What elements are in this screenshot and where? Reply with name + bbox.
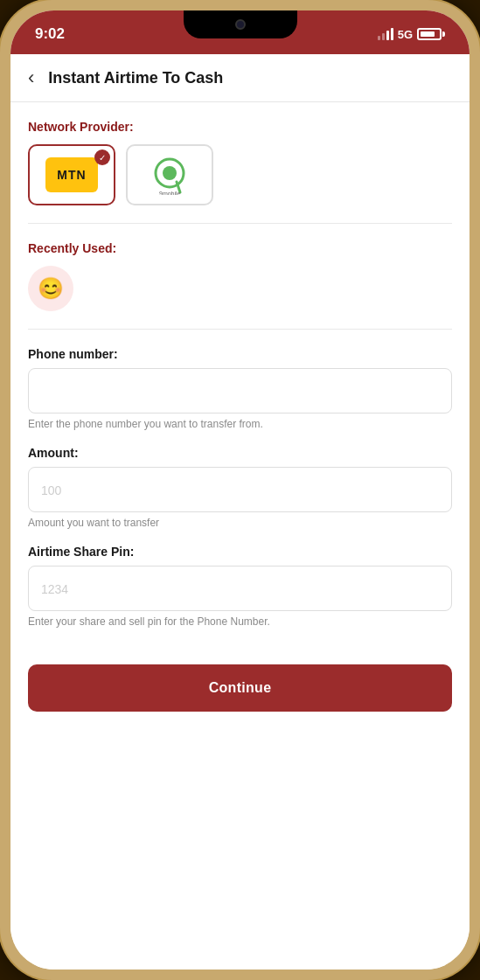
divider-1 <box>28 223 452 224</box>
signal-bar-1 <box>378 36 380 40</box>
network-card-mtn[interactable]: ✓ MTN <box>28 144 115 205</box>
ninemobile-svg: 9mobile <box>150 156 190 195</box>
battery-tip <box>442 31 445 37</box>
amount-input[interactable] <box>28 467 452 512</box>
status-bar: 9:02 5G <box>10 10 470 54</box>
battery-fill <box>421 31 435 37</box>
signal-bar-4 <box>391 28 393 40</box>
notch <box>184 10 297 38</box>
phone-number-label: Phone number: <box>28 347 452 361</box>
phone-number-input[interactable] <box>28 368 452 414</box>
signal-bar-3 <box>386 31 389 40</box>
recently-used-label: Recently Used: <box>28 241 452 255</box>
avatar-icon: 😊 <box>38 276 64 301</box>
phone-frame: 9:02 5G <box>0 0 480 980</box>
battery-icon <box>417 28 445 40</box>
recently-used-section: Recently Used: 😊 <box>28 241 452 311</box>
amount-group: Amount: Amount you want to transfer <box>28 446 452 529</box>
airtime-pin-hint: Enter your share and sell pin for the Ph… <box>28 615 452 628</box>
svg-text:9mobile: 9mobile <box>159 191 181 195</box>
phone-number-hint: Enter the phone number you want to trans… <box>28 418 452 430</box>
network-providers-list: ✓ MTN 9mobile <box>28 144 452 205</box>
selected-check-icon: ✓ <box>94 149 110 165</box>
status-icons: 5G <box>378 28 445 41</box>
front-camera <box>235 19 246 30</box>
main-content: Network Provider: ✓ MTN <box>10 102 470 970</box>
network-type-label: 5G <box>398 28 413 41</box>
divider-2 <box>28 329 452 330</box>
mtn-logo: MTN <box>45 157 98 192</box>
phone-number-group: Phone number: Enter the phone number you… <box>28 347 452 430</box>
network-provider-section: Network Provider: ✓ MTN <box>28 120 452 205</box>
amount-hint: Amount you want to transfer <box>28 517 452 529</box>
network-provider-label: Network Provider: <box>28 120 452 134</box>
page-title: Instant Airtime To Cash <box>48 69 223 87</box>
signal-icon <box>378 28 393 40</box>
mtn-text: MTN <box>57 168 86 182</box>
status-time: 9:02 <box>35 25 65 43</box>
signal-bar-2 <box>382 33 385 40</box>
ninemobile-logo: 9mobile <box>146 156 194 195</box>
amount-label: Amount: <box>28 446 452 460</box>
recent-contact-avatar[interactable]: 😊 <box>28 266 73 311</box>
battery-body <box>417 28 442 40</box>
back-button[interactable]: ‹ <box>28 68 34 87</box>
airtime-pin-group: Airtime Share Pin: Enter your share and … <box>28 545 452 628</box>
svg-point-1 <box>163 166 177 180</box>
phone-screen: 9:02 5G <box>10 10 470 970</box>
continue-button[interactable]: Continue <box>28 664 452 712</box>
airtime-pin-input[interactable] <box>28 566 452 611</box>
network-card-9mobile[interactable]: 9mobile <box>126 144 213 205</box>
app-header: ‹ Instant Airtime To Cash <box>10 54 470 102</box>
airtime-pin-label: Airtime Share Pin: <box>28 545 452 559</box>
